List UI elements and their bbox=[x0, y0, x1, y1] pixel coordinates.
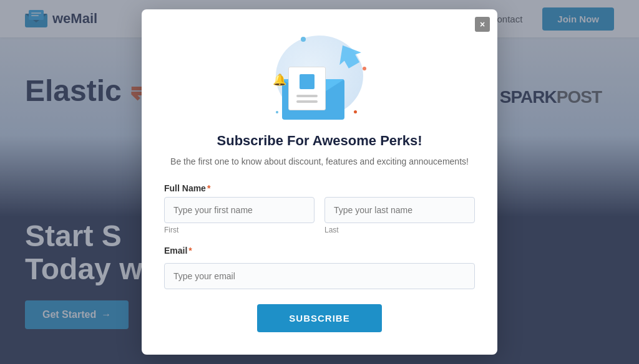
email-input[interactable] bbox=[164, 263, 475, 289]
modal-overlay: × bbox=[0, 0, 639, 364]
paper-line-1 bbox=[296, 95, 318, 97]
first-name-input[interactable] bbox=[164, 197, 315, 223]
full-name-label: Full Name* bbox=[164, 183, 475, 193]
full-name-text: Full Name bbox=[164, 183, 206, 193]
dot-4 bbox=[276, 111, 278, 113]
email-required: * bbox=[188, 246, 192, 256]
dot-3 bbox=[354, 110, 357, 113]
svg-marker-5 bbox=[333, 41, 364, 69]
modal-subtitle: Be the first one to know about discount,… bbox=[164, 155, 475, 168]
modal-dialog: × bbox=[142, 9, 497, 355]
modal-title: Subscribe For Awesome Perks! bbox=[164, 133, 475, 149]
name-sublabels: First Last bbox=[164, 226, 475, 234]
email-label: Email* bbox=[164, 246, 475, 256]
name-row bbox=[164, 197, 475, 223]
paper-icon bbox=[288, 67, 326, 110]
modal-content: Subscribe For Awesome Perks! Be the firs… bbox=[142, 133, 497, 332]
paper-line-2 bbox=[296, 100, 318, 103]
last-name-col bbox=[324, 197, 475, 223]
last-sublabel: Last bbox=[324, 226, 475, 234]
modal-close-button[interactable]: × bbox=[475, 17, 490, 32]
subscribe-button[interactable]: SUBSCRIBE bbox=[257, 304, 382, 332]
full-name-required: * bbox=[207, 183, 210, 193]
paper-square bbox=[300, 74, 315, 89]
email-label-text: Email bbox=[164, 246, 187, 256]
email-illustration: 🔔 bbox=[270, 29, 369, 123]
arrow-icon bbox=[333, 41, 364, 71]
bell-icon: 🔔 bbox=[273, 73, 286, 87]
first-sublabel: First bbox=[164, 226, 315, 234]
first-name-col bbox=[164, 197, 315, 223]
modal-illustration: 🔔 bbox=[142, 9, 497, 133]
last-name-input[interactable] bbox=[324, 197, 475, 223]
dot-1 bbox=[301, 37, 306, 42]
